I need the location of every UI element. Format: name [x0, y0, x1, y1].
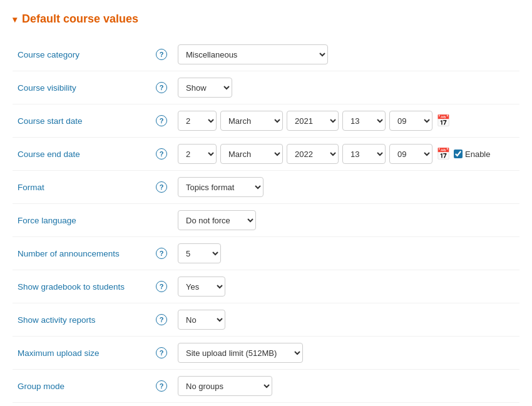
label-end-date: Course end date: [13, 138, 150, 171]
label-course-category: Course category: [13, 38, 150, 71]
start-minute-select[interactable]: 09: [389, 111, 432, 131]
upload-size-select[interactable]: Site upload limit (512MB) 1MB 10MB 50MB …: [178, 343, 303, 363]
help-icon-activity-reports[interactable]: ?: [156, 314, 167, 325]
help-cell-gradebook: ?: [150, 270, 173, 303]
format-select[interactable]: Topics format Weekly format Social forma…: [178, 177, 263, 197]
help-icon-start-date[interactable]: ?: [156, 115, 167, 126]
label-activity-reports: Show activity reports: [13, 303, 150, 337]
row-force-group-mode: Force group mode ? No Yes: [13, 403, 519, 407]
row-upload-size: Maximum upload size ? Site upload limit …: [13, 337, 519, 370]
gradebook-select[interactable]: Yes No: [178, 277, 225, 297]
help-cell-activity-reports: ?: [150, 303, 173, 337]
label-format: Format: [13, 171, 150, 204]
force-language-select[interactable]: Do not force English: [178, 210, 256, 230]
help-icon-gradebook[interactable]: ?: [156, 281, 167, 292]
row-group-mode: Group mode ? No groups Separate groups V…: [13, 370, 519, 403]
control-cell-group-mode: No groups Separate groups Visible groups: [173, 370, 519, 403]
row-activity-reports: Show activity reports ? No Yes: [13, 303, 519, 337]
control-cell-announcements: 5 0 1 2 3 4 10: [173, 237, 519, 270]
help-icon-upload-size[interactable]: ?: [156, 347, 167, 358]
section-header: ▾ Default course values: [13, 13, 519, 26]
activity-reports-select[interactable]: No Yes: [178, 310, 225, 330]
start-day-select[interactable]: 2: [178, 111, 217, 131]
help-cell-announcements: ?: [150, 237, 173, 270]
row-course-category: Course category ? Miscellaneous: [13, 38, 519, 71]
section-title: Default course values: [22, 13, 138, 26]
help-cell-category: ?: [150, 38, 173, 71]
end-hour-select[interactable]: 13: [342, 144, 386, 164]
help-cell-group-mode: ?: [150, 370, 173, 403]
control-cell-end-date: 2 March 2022 13 09 📅: [173, 138, 519, 171]
control-cell-activity-reports: No Yes: [173, 303, 519, 337]
row-course-end-date: Course end date ? 2 March 2022 13: [13, 138, 519, 171]
control-cell-force-group-mode: No Yes: [173, 403, 519, 407]
help-icon-visibility[interactable]: ?: [156, 82, 167, 93]
row-course-start-date: Course start date ? 2 March 2021 13: [13, 104, 519, 138]
row-force-language: Force language Do not force English: [13, 204, 519, 237]
help-cell-upload-size: ?: [150, 337, 173, 370]
help-cell-visibility: ?: [150, 71, 173, 104]
label-group-mode: Group mode: [13, 370, 150, 403]
help-cell-end-date: ?: [150, 138, 173, 171]
enable-label: Enable: [454, 150, 490, 159]
announcements-select[interactable]: 5 0 1 2 3 4 10: [178, 243, 221, 263]
control-cell-force-language: Do not force English: [173, 204, 519, 237]
help-cell-force-language: [150, 204, 173, 237]
label-gradebook: Show gradebook to students: [13, 270, 150, 303]
visibility-select[interactable]: Show Hide: [178, 78, 232, 98]
end-day-select[interactable]: 2: [178, 144, 217, 164]
row-format: Format ? Topics format Weekly format Soc…: [13, 171, 519, 204]
help-cell-force-group-mode: ?: [150, 403, 173, 407]
control-cell-visibility: Show Hide: [173, 71, 519, 104]
control-cell-gradebook: Yes No: [173, 270, 519, 303]
label-course-visibility: Course visibility: [13, 71, 150, 104]
end-date-calendar-icon[interactable]: 📅: [436, 147, 450, 161]
start-year-select[interactable]: 2021: [287, 111, 339, 131]
help-icon-group-mode[interactable]: ?: [156, 380, 167, 392]
label-force-language: Force language: [13, 204, 150, 237]
label-force-group-mode: Force group mode: [13, 403, 150, 407]
control-cell-start-date: 2 March 2021 13 09 📅: [173, 104, 519, 138]
help-icon-announcements[interactable]: ?: [156, 248, 167, 259]
help-cell-start-date: ?: [150, 104, 173, 138]
row-announcements: Number of announcements ? 5 0 1 2 3 4 10: [13, 237, 519, 270]
category-select[interactable]: Miscellaneous: [178, 44, 328, 64]
start-month-select[interactable]: March: [220, 111, 283, 131]
start-hour-select[interactable]: 13: [342, 111, 386, 131]
row-course-visibility: Course visibility ? Show Hide: [13, 71, 519, 104]
label-announcements: Number of announcements: [13, 237, 150, 270]
start-date-calendar-icon[interactable]: 📅: [436, 114, 450, 128]
enable-checkbox[interactable]: [454, 150, 463, 158]
end-minute-select[interactable]: 09: [389, 144, 432, 164]
settings-table: Course category ? Miscellaneous Course v…: [13, 38, 519, 406]
help-icon-category[interactable]: ?: [156, 49, 167, 60]
label-upload-size: Maximum upload size: [13, 337, 150, 370]
chevron-icon[interactable]: ▾: [13, 14, 17, 24]
group-mode-select[interactable]: No groups Separate groups Visible groups: [178, 376, 272, 396]
control-cell-category: Miscellaneous: [173, 38, 519, 71]
help-icon-end-date[interactable]: ?: [156, 148, 167, 160]
end-month-select[interactable]: March: [220, 144, 283, 164]
label-start-date: Course start date: [13, 104, 150, 138]
enable-text: Enable: [465, 150, 490, 159]
end-year-select[interactable]: 2022: [287, 144, 339, 164]
row-gradebook: Show gradebook to students ? Yes No: [13, 270, 519, 303]
help-icon-format[interactable]: ?: [156, 181, 167, 193]
control-cell-format: Topics format Weekly format Social forma…: [173, 171, 519, 204]
help-cell-format: ?: [150, 171, 173, 204]
control-cell-upload-size: Site upload limit (512MB) 1MB 10MB 50MB …: [173, 337, 519, 370]
